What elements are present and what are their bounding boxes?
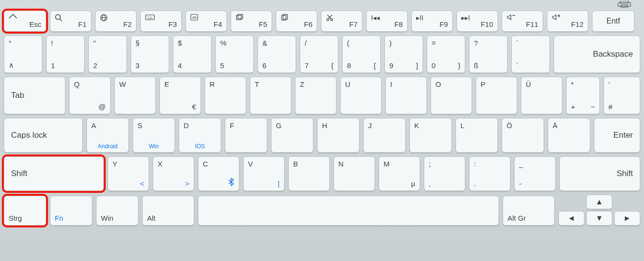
- f5-key[interactable]: F5: [231, 11, 272, 32]
- e-key[interactable]: E€: [160, 77, 201, 114]
- svg-point-21: [331, 19, 333, 21]
- t-key[interactable]: T: [250, 77, 291, 114]
- h-key[interactable]: H: [317, 118, 359, 153]
- z-key[interactable]: Z: [295, 77, 336, 114]
- tab-key[interactable]: Tab: [4, 77, 65, 114]
- k-key[interactable]: K: [409, 118, 452, 153]
- acute-key[interactable]: `´: [511, 36, 550, 73]
- next-track-icon: ▸▸I: [461, 14, 470, 22]
- arrow-up-key[interactable]: ▲: [586, 195, 612, 209]
- enter-key[interactable]: Enter: [594, 118, 640, 153]
- copy-icon: [281, 14, 288, 22]
- fn-label: Fn: [55, 214, 63, 222]
- comma-key[interactable]: ;,: [424, 156, 465, 191]
- dot-key[interactable]: :.: [469, 156, 510, 191]
- fn-key[interactable]: Fn: [50, 196, 92, 225]
- win-key[interactable]: Win: [96, 196, 138, 225]
- alt-key[interactable]: Alt: [142, 196, 194, 225]
- eight-key[interactable]: (8[: [342, 36, 381, 73]
- hash-key[interactable]: '#: [604, 77, 640, 114]
- nine-key[interactable]: )9]: [384, 36, 423, 73]
- seven-key[interactable]: /7{: [300, 36, 338, 73]
- arrow-down-key[interactable]: ▼: [586, 211, 612, 225]
- plus-key[interactable]: *+~: [566, 77, 600, 114]
- f10-key[interactable]: ▸▸I F10: [457, 11, 498, 32]
- l-key[interactable]: L: [456, 118, 498, 153]
- one-key[interactable]: !1: [46, 36, 85, 73]
- strg-key[interactable]: Strg: [4, 196, 46, 225]
- row-number: °∧ !1 "2 §3 $4 %5 &6 /7{ (8[ )9] =0} ?ß …: [4, 36, 640, 73]
- o-key[interactable]: O: [431, 77, 472, 114]
- f2-key[interactable]: F2: [95, 11, 136, 32]
- w-key[interactable]: W: [114, 77, 156, 114]
- u-key[interactable]: U: [340, 77, 382, 114]
- f-key[interactable]: F: [225, 118, 267, 153]
- three-key[interactable]: §3: [131, 36, 169, 73]
- shift-left-label: Shift: [11, 169, 27, 178]
- j-key[interactable]: J: [363, 118, 406, 153]
- backspace-key[interactable]: Backspace: [554, 36, 640, 73]
- sharp-s-key[interactable]: ?ß: [469, 36, 508, 73]
- f6-key[interactable]: F6: [276, 11, 317, 32]
- win-label: Win: [133, 143, 174, 150]
- f12-key[interactable]: F12: [547, 11, 588, 32]
- c-key[interactable]: C: [198, 156, 239, 191]
- dash-key[interactable]: _-: [514, 156, 556, 191]
- f4-key[interactable]: Alt F4: [186, 11, 227, 32]
- a-key[interactable]: AAndroid: [87, 118, 129, 153]
- svg-line-4: [60, 19, 62, 22]
- arrow-cluster: ▲ ◄ ▼ ►: [558, 195, 640, 225]
- capslock-key[interactable]: Caps lock: [4, 118, 83, 153]
- esc-key[interactable]: Esc: [4, 11, 46, 32]
- four-key[interactable]: $4: [173, 36, 211, 73]
- oe-key[interactable]: Ö: [502, 118, 544, 153]
- altgr-key[interactable]: Alt Gr: [503, 196, 555, 225]
- two-key[interactable]: "2: [88, 36, 127, 73]
- svg-rect-17: [238, 14, 243, 19]
- arrow-left-key[interactable]: ◄: [558, 211, 584, 225]
- ae-key[interactable]: Ä: [548, 118, 590, 153]
- f3-key[interactable]: F3: [140, 11, 182, 32]
- arrow-right-key[interactable]: ►: [614, 211, 640, 225]
- x-key[interactable]: X>: [153, 156, 194, 191]
- s-key[interactable]: SWin: [133, 118, 175, 153]
- q-key[interactable]: Q@: [69, 77, 111, 114]
- p-key[interactable]: P: [476, 77, 517, 114]
- ue-key[interactable]: Ü: [521, 77, 562, 114]
- shift-right-key[interactable]: Shift: [559, 156, 640, 191]
- n-key[interactable]: N: [334, 156, 375, 191]
- row-q: Tab Q@ W E€ R T Z U I O P Ü *+~ '#: [4, 77, 640, 114]
- entf-key[interactable]: Entf: [592, 11, 634, 32]
- d-key[interactable]: DIOS: [179, 118, 221, 153]
- v-key[interactable]: V|: [243, 156, 285, 191]
- f1-key[interactable]: F1: [50, 11, 91, 32]
- f8-label: F8: [394, 20, 403, 28]
- f8-key[interactable]: I◂◂ F8: [366, 11, 408, 32]
- strg-label: Strg: [9, 214, 22, 222]
- shift-right-label: Shift: [617, 169, 633, 178]
- backspace-label: Backspace: [593, 49, 633, 59]
- five-key[interactable]: %5: [215, 36, 254, 73]
- space-key[interactable]: [198, 196, 499, 225]
- g-key[interactable]: G: [271, 118, 313, 153]
- f4-label: F4: [213, 20, 222, 28]
- f2-label: F2: [123, 20, 132, 28]
- capslock-label: Caps lock: [11, 130, 47, 140]
- f3-label: F3: [168, 20, 177, 28]
- m-key[interactable]: Mµ: [379, 156, 420, 191]
- shift-left-key[interactable]: Shift: [4, 156, 104, 191]
- keyboard-icon: [145, 14, 155, 22]
- cut-icon: [326, 14, 334, 23]
- altgr-label: Alt Gr: [508, 214, 526, 222]
- r-key[interactable]: R: [205, 77, 246, 114]
- svg-point-20: [327, 19, 329, 21]
- f7-key[interactable]: F7: [321, 11, 362, 32]
- caret-key[interactable]: °∧: [4, 36, 42, 73]
- six-key[interactable]: &6: [258, 36, 296, 73]
- f11-key[interactable]: F11: [502, 11, 543, 32]
- y-key[interactable]: Y<: [108, 156, 149, 191]
- i-key[interactable]: I: [385, 77, 427, 114]
- b-key[interactable]: B: [288, 156, 330, 191]
- f9-key[interactable]: ▸II F9: [411, 11, 453, 32]
- zero-key[interactable]: =0}: [427, 36, 465, 73]
